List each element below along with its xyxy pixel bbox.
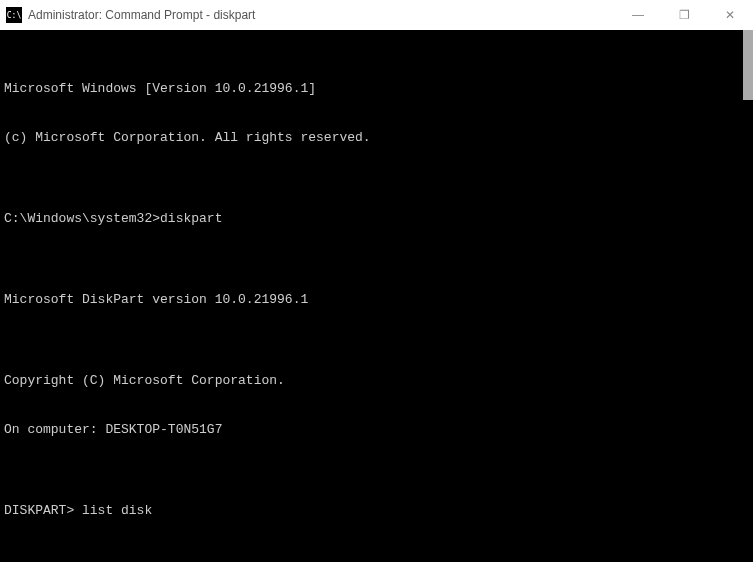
output-line: (c) Microsoft Corporation. All rights re… [4, 130, 749, 146]
window-controls: — ❐ ✕ [615, 0, 753, 30]
output-line: Copyright (C) Microsoft Corporation. [4, 373, 749, 389]
terminal-area[interactable]: Microsoft Windows [Version 10.0.21996.1]… [0, 30, 753, 562]
output-line: On computer: DESKTOP-T0N51G7 [4, 422, 749, 438]
titlebar: C:\ Administrator: Command Prompt - disk… [0, 0, 753, 30]
close-button[interactable]: ✕ [707, 0, 753, 30]
output-line: Microsoft Windows [Version 10.0.21996.1] [4, 81, 749, 97]
prompt-line: DISKPART> list disk [4, 503, 749, 519]
cmd-icon: C:\ [6, 7, 22, 23]
window-title: Administrator: Command Prompt - diskpart [28, 8, 615, 22]
prompt-line: C:\Windows\system32>diskpart [4, 211, 749, 227]
output-line: Microsoft DiskPart version 10.0.21996.1 [4, 292, 749, 308]
minimize-button[interactable]: — [615, 0, 661, 30]
scrollbar[interactable] [743, 30, 753, 100]
maximize-button[interactable]: ❐ [661, 0, 707, 30]
